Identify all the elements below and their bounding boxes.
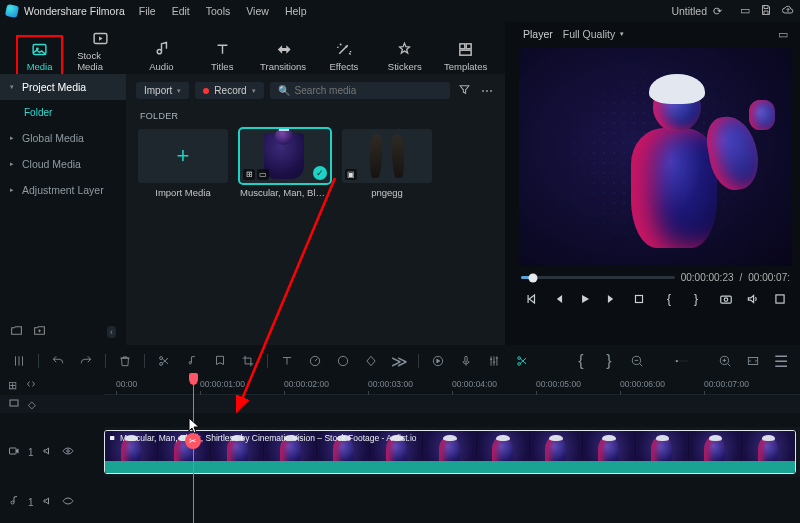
player-settings-icon[interactable]: ▭ bbox=[778, 28, 788, 40]
import-label: Import bbox=[144, 85, 172, 96]
ribbon-titles[interactable]: Titles bbox=[199, 40, 246, 72]
playhead-scissors-icon[interactable]: ✂ bbox=[185, 433, 201, 449]
menu-help[interactable]: Help bbox=[285, 5, 307, 17]
overlay-track-icon[interactable] bbox=[8, 397, 20, 411]
media-thumb-2[interactable]: ▣ pngegg bbox=[342, 129, 432, 198]
search-input[interactable] bbox=[295, 85, 442, 96]
plus-icon: + bbox=[177, 143, 190, 169]
playhead[interactable]: ✂ bbox=[193, 375, 194, 523]
sidebar-label: Global Media bbox=[22, 132, 84, 144]
link-toggle-icon[interactable] bbox=[25, 378, 37, 392]
video-track-1[interactable]: Muscular, Man, Black, Shirtless by Cinem… bbox=[104, 427, 800, 477]
speed-button[interactable] bbox=[306, 352, 324, 370]
media-thumb-1[interactable]: ⊞▭ ✓ Muscular, Man, Black,... bbox=[240, 129, 330, 198]
record-dropdown[interactable]: Record▾ bbox=[195, 82, 263, 99]
document-title[interactable]: Untitled ⟳ bbox=[671, 5, 722, 17]
overlay-track[interactable] bbox=[104, 395, 800, 413]
cloud-upload-icon[interactable] bbox=[782, 4, 794, 18]
more-options-icon[interactable]: ⋯ bbox=[479, 84, 495, 98]
ribbon-templates[interactable]: Templates bbox=[442, 40, 489, 72]
zoom-in-button[interactable] bbox=[716, 352, 734, 370]
mark-out-tl-button[interactable]: } bbox=[600, 352, 618, 370]
audio-track-icon[interactable] bbox=[8, 495, 20, 509]
zoom-slider[interactable] bbox=[656, 352, 706, 370]
beat-button[interactable] bbox=[183, 352, 201, 370]
menu-file[interactable]: File bbox=[139, 5, 156, 17]
svg-point-3 bbox=[346, 45, 348, 47]
import-media-tile[interactable]: + Import Media bbox=[138, 129, 228, 198]
auto-cut-button[interactable] bbox=[513, 352, 531, 370]
text-button[interactable] bbox=[278, 352, 296, 370]
stop-button[interactable] bbox=[629, 289, 649, 309]
ribbon-stock-media[interactable]: Stock Media bbox=[77, 29, 124, 72]
import-dropdown[interactable]: Import▾ bbox=[136, 82, 189, 99]
player-viewport[interactable] bbox=[519, 48, 792, 266]
seek-knob[interactable] bbox=[529, 273, 538, 282]
tracks-menu-icon[interactable]: ⊞ bbox=[8, 379, 17, 392]
menu-view[interactable]: View bbox=[246, 5, 269, 17]
play-button[interactable] bbox=[575, 289, 595, 309]
ribbon-media[interactable]: Media bbox=[16, 35, 63, 76]
mark-in-tl-button[interactable]: { bbox=[572, 352, 590, 370]
timeline-menu-icon[interactable]: ☰ bbox=[772, 352, 790, 370]
voiceover-button[interactable] bbox=[457, 352, 475, 370]
marker-button[interactable] bbox=[211, 352, 229, 370]
hd-badge-icon: ▭ bbox=[257, 169, 269, 180]
zoom-fit-button[interactable] bbox=[744, 352, 762, 370]
filter-icon[interactable] bbox=[456, 83, 473, 99]
document-title-text: Untitled bbox=[671, 5, 707, 17]
ribbon-audio[interactable]: Audio bbox=[138, 40, 185, 72]
min-window-icon[interactable]: ▭ bbox=[740, 4, 750, 18]
playhead-grip[interactable] bbox=[189, 373, 198, 385]
render-button[interactable] bbox=[429, 352, 447, 370]
step-back-button[interactable] bbox=[548, 289, 568, 309]
ribbon-transitions[interactable]: Transitions bbox=[260, 40, 307, 72]
split-button[interactable] bbox=[155, 352, 173, 370]
ribbon-stickers[interactable]: Stickers bbox=[381, 40, 428, 72]
mark-out-button[interactable]: } bbox=[686, 289, 706, 309]
hide-video-icon[interactable] bbox=[62, 445, 74, 459]
volume-button[interactable] bbox=[743, 289, 763, 309]
zoom-out-button[interactable] bbox=[628, 352, 646, 370]
keyframe-button[interactable] bbox=[362, 352, 380, 370]
redo-button[interactable] bbox=[77, 352, 95, 370]
quality-dropdown[interactable]: Full Quality▾ bbox=[563, 28, 625, 40]
delete-button[interactable] bbox=[116, 352, 134, 370]
undo-button[interactable] bbox=[49, 352, 67, 370]
time-ruler[interactable]: 00:00 00:00:01:00 00:00:02:00 00:00:03:0… bbox=[104, 375, 800, 395]
main-menu: File Edit Tools View Help bbox=[139, 5, 307, 17]
snapshot-button[interactable] bbox=[716, 289, 736, 309]
collapse-sidebar-icon[interactable]: ‹ bbox=[107, 326, 116, 338]
seek-bar[interactable] bbox=[521, 276, 675, 279]
new-bin-icon[interactable] bbox=[10, 324, 23, 339]
guides-icon[interactable] bbox=[10, 352, 28, 370]
sidebar-project-media[interactable]: ▾Project Media bbox=[0, 74, 126, 100]
crop-button[interactable] bbox=[239, 352, 257, 370]
sidebar-global-media[interactable]: ▸Global Media bbox=[0, 125, 126, 151]
step-forward-button[interactable] bbox=[602, 289, 622, 309]
menu-edit[interactable]: Edit bbox=[172, 5, 190, 17]
menu-tools[interactable]: Tools bbox=[206, 5, 231, 17]
hide-audio-icon[interactable] bbox=[62, 495, 74, 509]
ribbon-label: Audio bbox=[149, 61, 173, 72]
expand-player-button[interactable] bbox=[770, 289, 790, 309]
prev-clip-button[interactable] bbox=[521, 289, 541, 309]
timeline-clip[interactable]: Muscular, Man, Black, Shirtless by Cinem… bbox=[104, 430, 796, 474]
search-media[interactable]: 🔍 bbox=[270, 82, 450, 99]
mixer-button[interactable] bbox=[485, 352, 503, 370]
player-panel: Player Full Quality▾ ▭ 00:00:00:23 / 00:… bbox=[505, 22, 800, 345]
sidebar-folder[interactable]: Folder bbox=[0, 100, 126, 125]
more-tools-icon[interactable]: ≫ bbox=[390, 352, 408, 370]
sidebar-cloud-media[interactable]: ▸Cloud Media bbox=[0, 151, 126, 177]
audio-track-1[interactable] bbox=[104, 491, 800, 513]
ribbon-effects[interactable]: Effects bbox=[321, 40, 368, 72]
mute-audio-icon[interactable] bbox=[42, 495, 54, 509]
new-folder-icon[interactable] bbox=[33, 324, 46, 339]
color-button[interactable] bbox=[334, 352, 352, 370]
lock-icon[interactable]: ◇ bbox=[28, 399, 36, 410]
mute-video-icon[interactable] bbox=[42, 445, 54, 459]
save-icon[interactable] bbox=[760, 4, 772, 18]
video-track-icon[interactable] bbox=[8, 445, 20, 459]
mark-in-button[interactable]: { bbox=[659, 289, 679, 309]
sidebar-adjustment-layer[interactable]: ▸Adjustment Layer bbox=[0, 177, 126, 203]
